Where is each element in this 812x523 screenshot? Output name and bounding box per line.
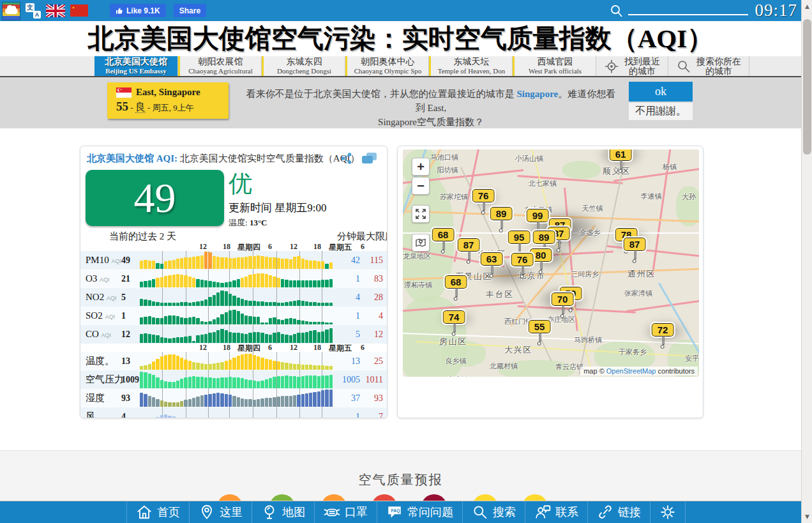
find-nearest-city-button[interactable]: 找到最近的城市 [596, 56, 668, 76]
pollutant-row-空气压力[interactable]: 空气压力 1009 1005 1011 [80, 370, 387, 389]
bottomnav-常问问题[interactable]: FAQ常问问题 [377, 501, 463, 523]
pollutant-row-CO[interactable]: CO AQI 12 5 12 [80, 325, 387, 344]
aqi-map-marker[interactable]: 87 [624, 239, 646, 250]
nearest-city-aqi: 55 [116, 100, 128, 113]
aqi-map-marker[interactable]: 76 [472, 190, 495, 202]
search-icon[interactable] [609, 3, 624, 19]
bottomnav-联系[interactable]: 联系 [525, 501, 588, 523]
scrollbar[interactable]: ▲ ▼ [801, 0, 812, 523]
current-value: 5 [121, 292, 140, 303]
page: 文A Like 9.1K Share 09:17 ▲ [0, 0, 812, 523]
bottomnav-搜索[interactable]: 搜索 [463, 501, 525, 523]
aqi-map-marker[interactable]: 87 [458, 239, 480, 251]
crosshair-icon [604, 59, 619, 74]
map-place-label: 房山区 [439, 337, 467, 347]
aqi-map-marker[interactable]: 70 [552, 294, 574, 305]
aqi-map-marker[interactable]: 89 [533, 232, 555, 243]
aqi-map-marker[interactable]: 74 [443, 312, 465, 323]
cn-flag-icon[interactable] [70, 4, 88, 17]
singapore-flag-icon [116, 87, 132, 98]
dismiss-button[interactable]: 不用謝謝。 [629, 103, 693, 120]
singapore-link[interactable]: Singapore [517, 89, 559, 99]
aqi-value: 49 [134, 177, 176, 219]
history-bars [140, 389, 333, 407]
station-link[interactable]: 北京美国大使馆 AQI: [87, 153, 177, 163]
map-place-label: 天竺镇 [582, 204, 603, 213]
search-input[interactable] [628, 6, 748, 15]
ok-button[interactable]: ok [629, 82, 693, 102]
aqi-map-marker[interactable]: 76 [511, 254, 534, 266]
aqi-map-marker[interactable]: 68 [432, 229, 455, 241]
max-value: 115 [360, 255, 383, 266]
location-banner: East, Singapore 55 - 良 - 周五, 9上午 看来你不是位于… [0, 77, 801, 128]
map-zoom-out-button[interactable]: − [412, 177, 430, 195]
aqi-map-marker[interactable]: 55 [529, 321, 551, 333]
aqi-map-marker[interactable]: 99 [527, 210, 549, 222]
nearest-city-card[interactable]: East, Singapore 55 - 良 - 周五, 9上午 [107, 82, 229, 119]
map-place-label: 北藏村镇 [490, 361, 518, 371]
facebook-like-button[interactable]: Like 9.1K [110, 4, 166, 17]
pollutant-row-SO2[interactable]: SO2 AQI 1 1 4 [80, 307, 387, 325]
cloud-icon [5, 8, 18, 14]
share-icon[interactable] [340, 151, 354, 165]
scroll-up-icon[interactable]: ▲ [802, 1, 812, 11]
aqi-map-marker[interactable]: 95 [508, 232, 530, 243]
history-bars [140, 370, 333, 389]
pollutant-row-NO2[interactable]: NO2 AQI 5 4 28 [80, 288, 387, 307]
aqi-map-marker[interactable]: 68 [445, 277, 467, 288]
aqi-map-marker[interactable]: 72 [652, 324, 674, 336]
station-tab-2[interactable]: 东城东四 Dongcheng Dongsi [262, 56, 345, 76]
history-bars [140, 352, 333, 370]
map-place-label: 马驹桥镇 [574, 335, 602, 345]
stations-map[interactable]: + − map © OpenStreetMap contributors 马池口… [403, 149, 699, 377]
map-locate-button[interactable] [412, 234, 430, 252]
pollutant-row-温度。[interactable]: 温度。 13 13 25 [80, 352, 387, 370]
pollutant-row-风[interactable]: 风 4 1 7 [80, 407, 387, 418]
aqi-map-marker[interactable]: 63 [481, 254, 503, 265]
tab-name-zh: 东城东四 [264, 57, 345, 67]
link-icon [597, 504, 613, 520]
aqi-quality-label: 优 [229, 172, 326, 195]
search-city-button[interactable]: 搜索你所在的城市 [668, 56, 749, 76]
facebook-share-button[interactable]: Share [174, 4, 206, 17]
pollutant-row-PM10[interactable]: PM10 AQI 49 42 115 [80, 251, 387, 269]
pollutant-row-O3[interactable]: O3 AQI 21 1 83 [80, 269, 387, 288]
map-zoom-in-button[interactable]: + [412, 158, 430, 176]
bottomnav-地图[interactable]: 地图 [252, 501, 315, 523]
copy-widget-icon[interactable] [361, 151, 378, 165]
temperature-line: 温度: 13°C [229, 217, 326, 229]
scrollbar-thumb[interactable] [803, 19, 811, 155]
min-value: 37 [333, 393, 360, 404]
home-icon [136, 504, 153, 520]
bottomnav-首页[interactable]: 首页 [126, 501, 190, 523]
bottomnav-链接[interactable]: 链接 [588, 501, 650, 523]
station-tab-5[interactable]: 西城官园 West Park officials [513, 56, 596, 76]
bottomnav-settings[interactable] [650, 501, 686, 523]
faq-icon: FAQ [386, 504, 403, 520]
station-tab-3[interactable]: 朝阳奥体中心 Chaoyang Olympic Spo [345, 56, 429, 76]
location-message: 看来你不是位于北京美国大使馆，并从您的位置最接近的城市是 Singapore。难… [243, 87, 619, 129]
bottom-navbar: 首页这里地图口罩FAQ常问问题搜索联系链接 [0, 501, 812, 523]
map-place-label: 张家湾镇 [624, 289, 652, 298]
station-tab-1[interactable]: 朝阳农展馆 Chaoyang Agricultural [178, 56, 262, 76]
station-tab-4[interactable]: 东城天坛 Temple of Heaven, Don [429, 56, 513, 76]
search-icon [472, 504, 488, 520]
station-tab-0[interactable]: 北京美国大使馆 Beijing US Embassy [94, 56, 178, 76]
bottomnav-口罩[interactable]: 口罩 [315, 501, 377, 523]
map-fullscreen-button[interactable] [412, 205, 430, 223]
map-place-label: 通州区 [628, 269, 656, 280]
bottomnav-这里[interactable]: 这里 [190, 501, 252, 523]
scroll-down-icon[interactable]: ▼ [802, 512, 812, 522]
aqi-map-marker[interactable]: 61 [610, 149, 632, 160]
translate-icon[interactable]: 文A [26, 3, 41, 19]
tab-name-en: Temple of Heaven, Don [431, 67, 512, 75]
history-bars [140, 269, 333, 288]
site-logo[interactable] [2, 2, 20, 20]
page-title: 北京美国大使馆空气污染：实时空气质量指数（AQI） [88, 21, 713, 56]
clock: 09:17 [755, 1, 797, 20]
uk-flag-icon[interactable] [46, 4, 65, 17]
aqi-map-marker[interactable]: 89 [490, 208, 513, 220]
nearest-city-time: - 周五, 9上午 [147, 103, 194, 112]
openstreetmap-link[interactable]: OpenStreetMap [606, 367, 656, 375]
pollutant-row-湿度[interactable]: 湿度 93 37 93 [80, 389, 387, 407]
